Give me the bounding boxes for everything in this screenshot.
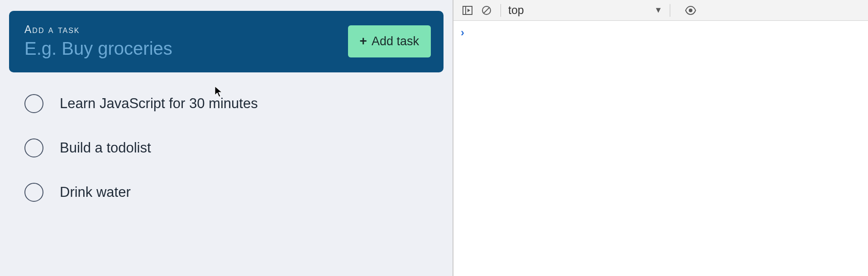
devtools-pane: top ▼ › xyxy=(453,0,868,276)
context-label: top xyxy=(508,4,524,17)
svg-line-3 xyxy=(484,8,489,13)
devtools-toolbar: top ▼ xyxy=(453,0,868,21)
toolbar-divider xyxy=(501,4,501,17)
add-task-button[interactable]: + Add task xyxy=(348,25,431,57)
task-checkbox[interactable] xyxy=(24,183,43,202)
console-prompt-icon: › xyxy=(461,26,464,38)
task-text: Learn JavaScript for 30 minutes xyxy=(60,95,258,112)
toggle-sidebar-button[interactable] xyxy=(458,1,477,20)
task-checkbox[interactable] xyxy=(24,138,43,157)
console-body[interactable]: › xyxy=(453,21,868,276)
add-task-panel: Add a task + Add task xyxy=(9,11,444,72)
chevron-down-icon: ▼ xyxy=(654,5,663,15)
add-task-input-area: Add a task xyxy=(24,24,339,59)
add-task-label: Add a task xyxy=(24,24,339,36)
sidebar-play-icon xyxy=(462,5,473,16)
task-text: Build a todolist xyxy=(60,140,151,156)
task-checkbox[interactable] xyxy=(24,94,43,113)
task-item: Build a todolist xyxy=(24,138,444,157)
task-text: Drink water xyxy=(60,184,131,200)
svg-point-4 xyxy=(689,9,692,12)
task-input[interactable] xyxy=(24,38,339,59)
live-expression-button[interactable] xyxy=(681,1,700,20)
clear-console-button[interactable] xyxy=(477,1,496,20)
add-task-button-label: Add task xyxy=(372,34,419,48)
toolbar-divider xyxy=(670,4,670,17)
plus-icon: + xyxy=(360,35,367,48)
context-selector[interactable]: top ▼ xyxy=(506,4,665,17)
task-item: Drink water xyxy=(24,183,444,202)
app-pane: Add a task + Add task Learn JavaScript f… xyxy=(0,0,453,276)
task-list: Learn JavaScript for 30 minutes Build a … xyxy=(9,94,444,202)
eye-icon xyxy=(685,5,696,16)
task-item: Learn JavaScript for 30 minutes xyxy=(24,94,444,113)
clear-icon xyxy=(481,5,492,16)
